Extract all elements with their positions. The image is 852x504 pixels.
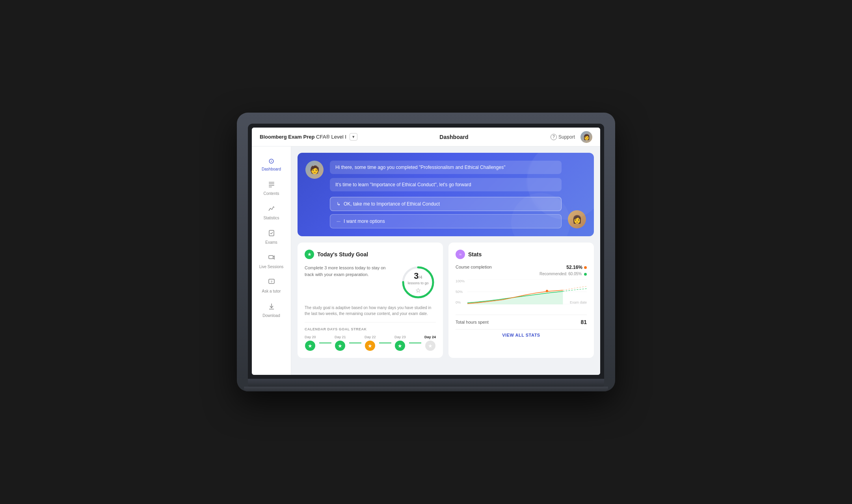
svg-text:?: ?	[270, 280, 272, 284]
streak-connector	[379, 343, 391, 343]
sidebar-item-statistics[interactable]: Statistics	[256, 201, 287, 224]
hero-tutor-avatar: 👩	[568, 210, 586, 228]
course-dropdown[interactable]: ▾	[350, 133, 357, 141]
day-label: Day 21	[335, 335, 346, 339]
statistics-icon	[268, 205, 275, 214]
hero-primary-button[interactable]: ↳ OK, take me to Importance of Ethical C…	[330, 197, 562, 211]
study-goal-icon: ★	[305, 250, 314, 259]
live-sessions-icon	[268, 254, 275, 263]
streak-circle: ★	[305, 341, 315, 351]
ask-tutor-icon: ?	[268, 278, 275, 287]
exam-date-label: Exam date	[570, 300, 587, 304]
recommended-row: Recommended: 60.05%	[456, 272, 587, 276]
laptop-base	[244, 387, 608, 391]
dashboard-icon: ⊙	[268, 157, 274, 165]
study-goal-description: Complete 3 more lessons today to stay on…	[305, 265, 394, 278]
streak-section: CALENDAR DAYS GOAL STREAK Day 20 ★ Day 2…	[305, 322, 436, 351]
orange-dot	[584, 266, 587, 269]
sidebar-item-dashboard[interactable]: ⊙ Dashboard	[256, 153, 287, 175]
hero-message-1: Hi there, some time ago you completed "P…	[330, 161, 562, 174]
chart-y-labels: 100% 50% 0%	[456, 279, 465, 304]
sidebar-item-label: Live Sessions	[259, 265, 284, 269]
exams-icon	[268, 230, 275, 239]
sidebar-item-label: Dashboard	[262, 167, 281, 171]
stats-header: ≈ Stats	[456, 250, 587, 259]
study-goal-header: ★ Today's Study Goal	[305, 250, 436, 259]
completion-row: Course completion 52.16%	[456, 265, 587, 270]
streak-circle: ★	[395, 341, 405, 351]
user-avatar[interactable]: 👩	[580, 131, 592, 143]
streak-circle-highlight: ★	[365, 341, 375, 351]
study-goal-note: The study goal is adaptive based on how …	[305, 305, 436, 317]
view-all-stats-button[interactable]: VIEW ALL STATS	[456, 329, 587, 341]
sidebar-item-label: Ask a tutor	[262, 289, 281, 293]
streak-day-24: Day 24 ★	[424, 335, 436, 351]
streak-day-21: Day 21 ★	[335, 335, 346, 351]
study-goal-panel: ★ Today's Study Goal Complete 3 more les…	[298, 243, 443, 358]
support-icon: ?	[551, 134, 557, 140]
completion-chart: 100% 50% 0%	[456, 279, 587, 311]
sidebar-item-live-sessions[interactable]: Live Sessions	[256, 250, 287, 273]
download-icon	[268, 303, 275, 312]
contents-icon	[268, 181, 275, 190]
brand-area: Bloomberg Exam Prep CFA® Level I ▾	[260, 133, 357, 141]
streak-connector	[319, 343, 331, 343]
green-dot	[584, 273, 587, 276]
y-label-50: 50%	[456, 290, 465, 294]
sidebar-item-label: Contents	[263, 191, 279, 196]
brand-name: Bloomberg Exam Prep CFA® Level I	[260, 134, 346, 140]
sidebar-item-label: Exams	[265, 240, 277, 245]
completion-label: Course completion	[456, 265, 492, 269]
streak-connector	[409, 343, 421, 343]
svg-rect-2	[269, 185, 274, 186]
main-layout: ⊙ Dashboard Contents	[252, 146, 600, 375]
streak-day-20: Day 20 ★	[305, 335, 316, 351]
stats-title: Stats	[468, 251, 482, 258]
progress-circle: 3 /4 lessons to go ☆	[400, 265, 436, 300]
svg-rect-5	[269, 256, 273, 259]
streak-connector	[349, 343, 361, 343]
y-label-0: 0%	[456, 300, 465, 304]
total-hours-value: 81	[580, 319, 587, 325]
laptop-bottom	[248, 379, 604, 387]
hero-user-avatar: 🧑	[305, 161, 324, 179]
content-area: 🧑 Hi there, some time ago you completed …	[291, 146, 600, 375]
stats-icon: ≈	[456, 250, 465, 259]
y-label-100: 100%	[456, 279, 465, 283]
day-label: Day 22	[365, 335, 376, 339]
svg-rect-1	[269, 183, 274, 184]
sidebar: ⊙ Dashboard Contents	[252, 146, 291, 375]
streak-days: Day 20 ★ Day 21 ★	[305, 335, 436, 351]
star-icon: ☆	[407, 287, 428, 294]
sidebar-item-download[interactable]: Download	[256, 299, 287, 322]
completion-value: 52.16%	[566, 265, 587, 270]
chart-svg-area: Exam date	[467, 279, 587, 304]
study-goal-content: Complete 3 more lessons today to stay on…	[305, 265, 436, 300]
hero-messages: Hi there, some time ago you completed "P…	[330, 161, 562, 228]
sidebar-item-ask-tutor[interactable]: ? Ask a tutor	[256, 274, 287, 297]
bottom-panels: ★ Today's Study Goal Complete 3 more les…	[298, 243, 594, 358]
top-navigation: Bloomberg Exam Prep CFA® Level I ▾ Dashb…	[252, 128, 600, 146]
streak-day-23: Day 23 ★	[394, 335, 406, 351]
stats-panel: ≈ Stats Course completion 52.16%	[448, 243, 594, 358]
hero-secondary-button[interactable]: ··· I want more options	[330, 214, 562, 228]
streak-circle-empty: ★	[425, 341, 435, 351]
support-button[interactable]: ? Support	[551, 134, 575, 140]
nav-right: ? Support 👩	[551, 131, 592, 143]
sidebar-item-label: Statistics	[263, 216, 279, 220]
day-label: Day 20	[305, 335, 316, 339]
day-label-active: Day 24	[424, 335, 436, 339]
svg-rect-3	[269, 187, 272, 187]
study-goal-title: Today's Study Goal	[317, 251, 368, 258]
hero-actions: ↳ OK, take me to Importance of Ethical C…	[330, 197, 562, 228]
stats-divider	[456, 315, 587, 315]
svg-point-15	[546, 290, 548, 292]
sidebar-item-label: Download	[262, 313, 280, 318]
page-title: Dashboard	[439, 134, 468, 140]
total-hours-label: Total hours spent	[456, 320, 489, 324]
streak-circle: ★	[335, 341, 345, 351]
sidebar-item-contents[interactable]: Contents	[256, 177, 287, 200]
sidebar-item-exams[interactable]: Exams	[256, 226, 287, 248]
streak-label: CALENDAR DAYS GOAL STREAK	[305, 327, 436, 331]
day-label: Day 23	[394, 335, 406, 339]
